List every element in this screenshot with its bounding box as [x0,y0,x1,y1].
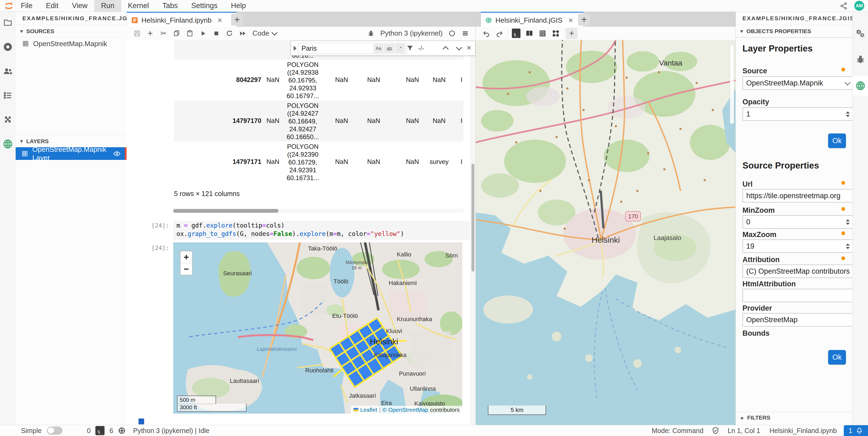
tab-helsinki-finland-ipynb[interactable]: Helsinki_Finland.ipynb × [127,11,237,28]
stop-icon[interactable] [210,28,223,39]
close-search-icon[interactable]: × [467,43,471,52]
vertical-scrollbar[interactable] [470,40,475,425]
attribution-input[interactable]: (C) OpenStreetMap contributors [742,264,854,278]
copy-icon[interactable] [170,28,183,39]
jgis-globe-icon[interactable] [3,139,13,149]
source-select[interactable]: OpenStreetMap.Mapnik [742,76,854,90]
code-cell[interactable]: m = gdf.explore(tooltip=cols) ox.graph_t… [173,221,470,240]
menu-view[interactable]: View [65,0,94,11]
maxzoom-input[interactable]: 19 [742,239,854,253]
active-file-name[interactable]: Helsinki_Finland.ipynb [769,427,837,435]
trust-shield-icon[interactable] [711,427,719,435]
number-stepper[interactable] [846,243,850,249]
layer-item-openstreetmap-mapnik[interactable]: OpenStreetMap.Mapnik Layer [16,147,127,160]
terminals-count[interactable]: 0 [87,427,91,435]
source-ok-button[interactable]: Ok [828,350,846,365]
menu-run[interactable]: Run [94,0,121,11]
run-icon[interactable] [196,28,210,39]
kernel-status-text[interactable]: Python 3 (ipykernel) | Idle [133,427,209,435]
restart-run-all-icon[interactable] [236,28,249,39]
match-case-toggle[interactable]: Aa [374,44,383,53]
layer-visibility-eye-icon[interactable] [113,150,121,158]
leaflet-map-output[interactable]: Taka-Töölö Seurasaari Kallio Sörn Mäntym… [173,242,462,414]
filter-funnel-icon[interactable] [406,45,414,52]
source-item-openstreetmap[interactable]: OpenStreetMap.Mapnik [16,37,127,50]
debugger-bug-icon[interactable] [365,28,378,39]
console-terminal-icon[interactable]: $_ [509,28,523,39]
share-icon[interactable] [839,1,849,11]
kernels-count[interactable]: 6 [110,427,113,435]
jgis-map-scrollbar-thumb[interactable] [730,45,734,124]
debugger-bug-icon[interactable] [855,54,866,64]
close-icon[interactable]: × [217,16,222,24]
cut-scissors-icon[interactable]: ✂ [157,28,170,39]
number-stepper[interactable] [846,219,850,225]
collaboration-users-icon[interactable] [3,66,13,76]
provider-input[interactable]: OpenStreetMap [742,313,854,326]
vector-polygon-icon[interactable] [549,28,562,39]
horizontal-scrollbar[interactable] [173,209,463,213]
jgis-map-view[interactable]: 170 Vantaa Helsinki Laajasalo 5 km [476,40,736,425]
whole-word-toggle[interactable]: ab [384,44,394,53]
sources-section-header[interactable]: ▾ SOURCES [16,25,127,37]
new-tab-button[interactable]: + [578,14,590,26]
zoom-in-button[interactable]: + [181,251,192,263]
panel-menu-hamburger-icon[interactable] [459,28,472,39]
table-of-contents-icon[interactable] [3,90,13,100]
restart-kernel-icon[interactable] [223,28,236,39]
next-match-icon[interactable] [456,45,462,51]
leaflet-link[interactable]: Leaflet [360,407,377,413]
required-dot-icon [841,207,845,211]
insert-cell-plus-icon[interactable]: + [144,28,157,39]
scrollbar-thumb[interactable] [471,164,474,271]
close-icon[interactable]: × [568,16,573,24]
menu-tabs[interactable]: Tabs [156,0,185,11]
osm-link[interactable]: © OpenStreetMap [382,407,428,413]
user-avatar[interactable]: AM [854,1,864,11]
number-stepper[interactable] [846,111,850,117]
raster-layer-grid-icon[interactable] [536,28,549,39]
menu-file[interactable]: File [14,0,39,11]
objects-properties-header[interactable]: ▾ OBJECTS PROPERTIES [736,25,852,38]
jgis-globe-icon[interactable] [852,76,868,96]
kernel-name[interactable]: Python 3 (ipykernel) [380,29,443,37]
simple-mode-toggle[interactable] [47,427,62,435]
notifications-badge[interactable]: 1 [844,425,868,436]
output-prompt: [24]: [137,244,169,251]
cell-type-dropdown[interactable]: Code [252,29,277,37]
tab-helsinki-finland-jgis[interactable]: Helsinki_Finland.jGIS × [480,11,584,28]
redo-icon[interactable] [493,28,506,39]
notebook-content[interactable]: NaN 60.16... 8042297 NaN POLYGON ((24.92… [127,40,475,425]
extensions-puzzle-icon[interactable] [3,115,13,125]
url-input[interactable]: https://tile.openstreetmap.org [742,189,854,203]
zoom-out-button[interactable]: − [181,263,192,275]
search-expand-caret-icon[interactable] [293,46,297,51]
menu-kernel[interactable]: Kernel [121,0,156,11]
mode-indicator[interactable]: Mode: Command [652,427,704,435]
regex-toggle[interactable]: .* [395,44,405,53]
property-inspector-gears-icon[interactable] [855,28,866,38]
menu-settings[interactable]: Settings [185,0,224,11]
opacity-input[interactable]: 1 [742,107,854,121]
save-icon[interactable] [130,28,144,39]
paste-icon[interactable] [183,28,196,39]
layer-ok-button[interactable]: Ok [828,134,846,148]
kernel-status-circle-icon[interactable] [445,28,459,39]
scrollbar-thumb[interactable] [173,209,279,213]
minzoom-input[interactable]: 0 [742,215,854,229]
basemap-book-icon[interactable] [523,28,536,39]
filters-section-header[interactable]: ▸ FILTERS [736,412,852,423]
file-browser-icon[interactable] [3,18,13,28]
notebook-search-overlay: Paris Aa ab .* -/- × [291,41,475,56]
previous-match-icon[interactable] [443,46,449,52]
menu-edit[interactable]: Edit [39,0,65,11]
add-layer-plus-button[interactable]: + [566,28,578,39]
running-kernels-icon[interactable] [3,42,13,52]
menu-help[interactable]: Help [224,0,253,11]
cell-collapser-indicator[interactable] [138,418,144,425]
htmlattribution-input[interactable] [742,289,854,302]
cursor-position[interactable]: Ln 1, Col 1 [727,427,760,435]
undo-icon[interactable] [479,28,493,39]
search-input[interactable]: Paris Aa ab .* [298,43,407,54]
new-tab-button[interactable]: + [231,14,243,26]
